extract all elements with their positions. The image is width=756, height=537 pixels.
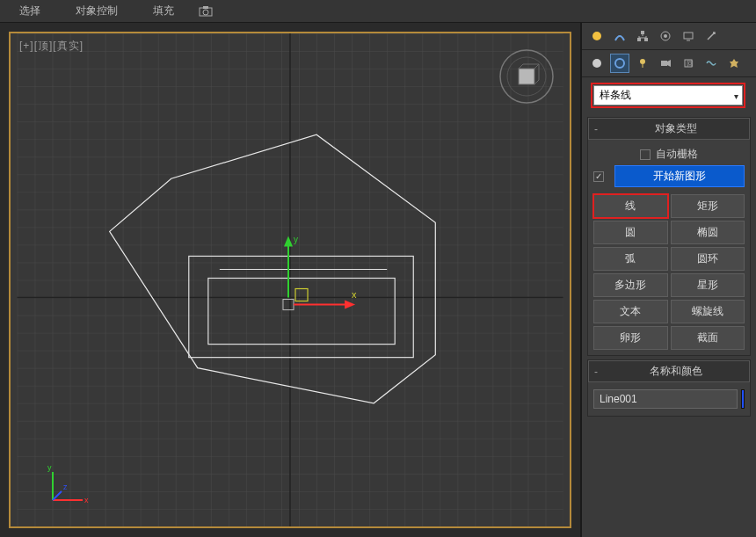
menubar: 选择 对象控制 填充 xyxy=(0,0,756,23)
start-new-shape-checkbox[interactable] xyxy=(593,171,604,182)
svg-point-34 xyxy=(664,34,667,38)
hierarchy-tab-icon[interactable] xyxy=(633,26,652,46)
shape-btn-egg[interactable]: 卵形 xyxy=(593,326,668,350)
svg-text:y: y xyxy=(47,463,52,472)
rollout-object-type: - 对象类型 自动栅格 开始新图形 线 矩形 圆 椭圆 弧 圆 xyxy=(587,117,751,356)
object-name-input[interactable] xyxy=(593,389,738,409)
collapse-icon[interactable]: - xyxy=(594,123,605,135)
highlight-category: 样条线 xyxy=(591,83,745,108)
svg-text:回: 回 xyxy=(687,60,694,68)
viewport-wrapper: [+][顶][真实] xyxy=(0,23,580,537)
svg-point-2 xyxy=(203,10,208,15)
rollout-title: 名称和颜色 xyxy=(608,364,744,379)
svg-rect-35 xyxy=(684,33,693,39)
rollout-name-color: - 名称和颜色 xyxy=(587,359,751,417)
modify-tab-icon[interactable] xyxy=(610,26,629,46)
svg-text:x: x xyxy=(352,289,357,300)
shape-btn-section[interactable]: 截面 xyxy=(671,326,745,350)
auto-grid-label: 自动栅格 xyxy=(656,147,698,162)
svg-line-20 xyxy=(519,64,523,69)
svg-text:z: z xyxy=(63,483,68,491)
systems-icon[interactable] xyxy=(724,54,744,73)
svg-line-22 xyxy=(534,80,539,84)
shape-btn-arc[interactable]: 弧 xyxy=(593,247,668,271)
svg-point-38 xyxy=(615,59,624,68)
menu-select[interactable]: 选择 xyxy=(7,0,53,22)
space-warps-icon[interactable] xyxy=(701,54,721,73)
svg-rect-41 xyxy=(661,61,667,66)
shape-btn-circle[interactable]: 圆 xyxy=(593,221,668,244)
viewport-canvas[interactable]: y x xyxy=(11,33,570,526)
svg-point-37 xyxy=(592,59,601,68)
shape-btn-star[interactable]: 星形 xyxy=(671,273,745,297)
svg-rect-26 xyxy=(641,31,644,34)
shape-btn-line[interactable]: 线 xyxy=(593,194,668,218)
svg-line-15 xyxy=(53,491,62,500)
shape-btn-helix[interactable]: 螺旋线 xyxy=(671,300,745,323)
svg-rect-19 xyxy=(519,69,534,84)
object-color-swatch[interactable] xyxy=(741,389,745,409)
shape-btn-donut[interactable]: 圆环 xyxy=(671,247,745,271)
menu-fill[interactable]: 填充 xyxy=(141,0,186,22)
create-tab-icon[interactable] xyxy=(587,26,607,46)
cameras-icon[interactable] xyxy=(656,54,675,73)
collapse-icon[interactable]: - xyxy=(594,366,605,378)
svg-text:y: y xyxy=(294,235,298,244)
geometry-icon[interactable] xyxy=(587,54,607,73)
svg-rect-28 xyxy=(644,38,648,41)
shape-category-dropdown[interactable]: 样条线 xyxy=(593,85,743,105)
snapshot-icon[interactable] xyxy=(197,3,214,20)
command-panel: 回 样条线 - 对象类型 自动栅格 xyxy=(580,23,756,537)
shape-button-grid: 线 矩形 圆 椭圆 弧 圆环 多边形 星形 文本 螺旋线 卵形 截面 xyxy=(593,194,745,350)
rollout-header-name-color[interactable]: - 名称和颜色 xyxy=(588,360,750,382)
svg-rect-1 xyxy=(203,6,208,9)
shape-btn-ngon[interactable]: 多边形 xyxy=(593,273,668,297)
create-categories: 回 xyxy=(582,50,756,77)
menu-object-control[interactable]: 对象控制 xyxy=(63,0,130,22)
shape-btn-rectangle[interactable]: 矩形 xyxy=(671,194,745,218)
start-new-shape-button[interactable]: 开始新图形 xyxy=(614,165,745,187)
svg-point-39 xyxy=(640,59,645,64)
rollout-header-object-type[interactable]: - 对象类型 xyxy=(588,118,750,140)
auto-grid-checkbox[interactable] xyxy=(640,149,651,160)
svg-rect-27 xyxy=(637,38,641,41)
viewport-label: [+][顶][真实] xyxy=(19,39,84,54)
viewport-top[interactable]: [+][顶][真实] xyxy=(9,32,571,528)
svg-marker-42 xyxy=(667,60,671,67)
shape-btn-ellipse[interactable]: 椭圆 xyxy=(671,221,745,244)
display-tab-icon[interactable] xyxy=(679,26,698,46)
helpers-icon[interactable]: 回 xyxy=(679,54,698,73)
svg-point-25 xyxy=(592,32,601,40)
shapes-icon[interactable] xyxy=(610,54,629,73)
axis-tripod: x y z xyxy=(46,463,90,507)
viewcube[interactable] xyxy=(499,49,554,104)
utilities-tab-icon[interactable] xyxy=(701,26,721,46)
svg-line-21 xyxy=(534,64,539,69)
dropdown-value: 样条线 xyxy=(600,89,631,101)
lights-icon[interactable] xyxy=(633,54,652,73)
motion-tab-icon[interactable] xyxy=(656,26,675,46)
command-tabs xyxy=(582,23,756,50)
shape-btn-text[interactable]: 文本 xyxy=(593,300,668,323)
rollout-title: 对象类型 xyxy=(608,121,744,136)
svg-text:x: x xyxy=(84,496,89,504)
